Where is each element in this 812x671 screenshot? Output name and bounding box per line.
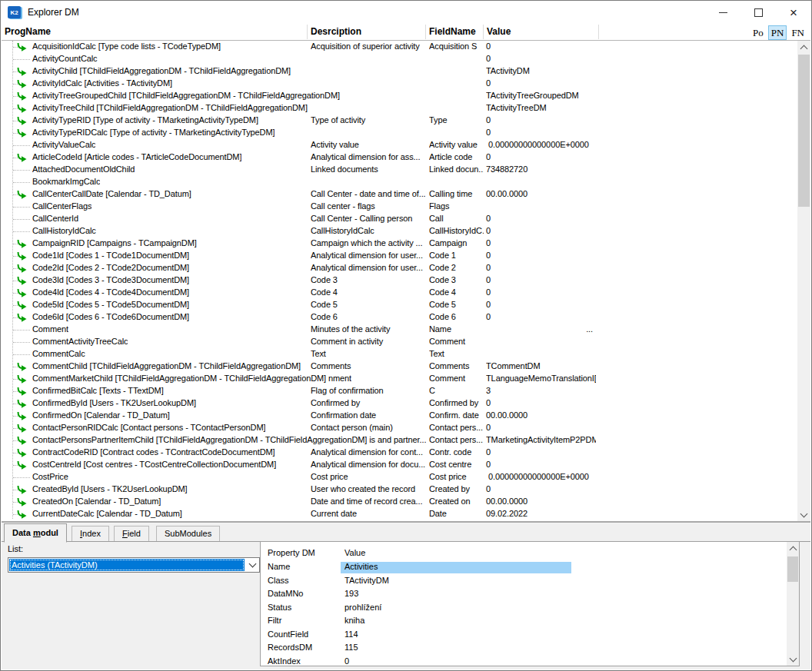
list-combobox[interactable]: Activities (TActivityDM): [8, 557, 260, 573]
property-grid-scrollbar[interactable]: [787, 542, 799, 666]
close-button[interactable]: ×: [776, 1, 811, 24]
table-row[interactable]: CampaignRID [Campaigns - TCampaignDM]Cam…: [2, 238, 800, 250]
cell-progname: ActivityTypeRID [Type of activity - TMar…: [32, 115, 258, 125]
chevron-up-icon: [800, 45, 808, 53]
table-row[interactable]: ActivityTreeGroupedChild [TChildFieldAgg…: [2, 90, 800, 102]
table-row[interactable]: ConfirmedById [Users - TK2UserLookupDM]C…: [2, 397, 800, 410]
property-row-recordsdm[interactable]: RecordsDM115: [261, 642, 785, 655]
cell-description: Comments: [311, 361, 427, 370]
cell-fieldname: CallHistoryIdC...: [429, 226, 484, 235]
scrollbar-thumb[interactable]: [798, 55, 810, 207]
column-divider[interactable]: [425, 25, 426, 39]
link-arrow-icon: [17, 129, 27, 138]
cell-progname: BookmarkImgCalc: [32, 177, 100, 186]
table-row[interactable]: CostPriceCost priceCost price 0.00000000…: [2, 471, 800, 483]
cell-fieldname: Cost centre: [429, 460, 484, 469]
combobox-dropdown-button[interactable]: [245, 558, 259, 572]
table-row[interactable]: ActivityIdCalc [Activities - TActivityDM…: [2, 78, 800, 90]
tab-submodules[interactable]: SubModules: [156, 526, 220, 541]
table-row[interactable]: CurrentDateCalc [Calendar - TD_Datum]Cur…: [2, 508, 800, 520]
cell-progname: CommentActivityTreeCalc: [32, 337, 128, 346]
property-row-status[interactable]: Statusprohlížení: [261, 602, 785, 615]
table-row[interactable]: CommentCalcTextText: [2, 348, 800, 360]
column-divider[interactable]: [307, 25, 308, 39]
table-row[interactable]: ActivityTypeRIDCalc [Type of activity - …: [2, 127, 800, 139]
table-row[interactable]: CallCenterFlagsCall center - flagsFlags: [2, 201, 800, 213]
table-row[interactable]: Code3Id [Codes 3 - TCode3DocumentDM]Code…: [2, 274, 800, 287]
table-row[interactable]: ConfirmedOn [Calendar - TD_Datum]Confirm…: [2, 410, 800, 422]
cell-fieldname: Created by: [429, 484, 484, 493]
table-row[interactable]: ActivityTreeChild [TChildFieldAggregatio…: [2, 102, 800, 115]
scrollbar-thumb[interactable]: [787, 556, 798, 582]
column-header-progname[interactable]: ProgName: [5, 26, 51, 37]
property-row-datamno[interactable]: DataMNo193: [261, 588, 785, 601]
table-row[interactable]: AttachedDocumentOldChildLinked documents…: [2, 164, 800, 176]
table-row[interactable]: CallHistoryIdCalcCallHistoryIdCalcCallHi…: [2, 225, 800, 238]
column-divider[interactable]: [598, 25, 599, 39]
view-toggle-pn[interactable]: PN: [768, 25, 787, 40]
scroll-up-button[interactable]: [797, 41, 810, 54]
column-header-fieldname[interactable]: FieldName: [429, 26, 476, 37]
minimize-button[interactable]: [705, 1, 740, 24]
table-row[interactable]: CommentActivityTreeCalcComment in activi…: [2, 336, 800, 348]
tab-field[interactable]: Field: [114, 526, 149, 541]
tab-data-modul[interactable]: Data modul: [4, 523, 67, 543]
cell-description: Cost price: [311, 472, 427, 481]
detail-panel: Data modulIndexFieldSubModules List: Act…: [2, 523, 810, 669]
table-row[interactable]: ContactPersonRIDCalc [Contact persons - …: [2, 422, 800, 434]
table-row[interactable]: CostCentreId [Cost centres - TCostCentre…: [2, 459, 800, 471]
cell-fieldname: Contr. code: [429, 447, 484, 457]
table-row[interactable]: Code1Id [Codes 1 - TCode1DocumentDM]Anal…: [2, 250, 800, 262]
table-row[interactable]: BookmarkImgCalc: [2, 176, 800, 188]
column-divider[interactable]: [483, 25, 484, 39]
column-header-value[interactable]: Value: [487, 26, 511, 37]
table-row[interactable]: CommentChild [TChildFieldAggregationDM -…: [2, 360, 800, 373]
cell-progname: Code6Id [Codes 6 - TCode6DocumentDM]: [32, 312, 189, 321]
maximize-button[interactable]: [740, 1, 776, 24]
table-row[interactable]: Code2Id [Codes 2 - TCode2DocumentDM]Anal…: [2, 262, 800, 274]
property-row-countfield[interactable]: CountField114: [261, 629, 785, 642]
table-row[interactable]: AcquisitionIdCalc [Type code lists - TCo…: [2, 41, 800, 53]
cell-fieldname: Calling time: [429, 189, 484, 198]
table-row[interactable]: CommentMinutes of the activityName...: [2, 324, 800, 336]
cell-value: 0: [486, 251, 596, 260]
property-value: 114: [341, 629, 571, 639]
table-row[interactable]: CallCenterCallDate [Calendar - TD_Datum]…: [2, 188, 800, 201]
table-row[interactable]: ActivityTypeRID [Type of activity - TMar…: [2, 115, 800, 127]
table-row[interactable]: ContractCodeRID [Contract codes - TContr…: [2, 447, 800, 459]
property-row-filtr[interactable]: Filtrkniha: [261, 615, 785, 628]
table-row[interactable]: Code4Id [Codes 4 - TCode4DocumentDM]Code…: [2, 287, 800, 299]
table-row[interactable]: ContactPersonsPartnerItemChild [TChildFi…: [2, 434, 800, 447]
property-row-class[interactable]: ClassTActivityDM: [261, 575, 785, 588]
table-row[interactable]: CommentMarketChild [TChildFieldAggregati…: [2, 373, 800, 385]
property-name: Status: [268, 603, 291, 612]
scroll-down-button[interactable]: [787, 653, 799, 666]
cell-value: 0: [486, 275, 596, 284]
table-row[interactable]: CreatedById [Users - TK2UserLookupDM]Use…: [2, 483, 800, 496]
table-row[interactable]: ConfirmedBitCalc [Texts - TTextDM]Flag o…: [2, 385, 800, 397]
column-header-description[interactable]: Desrciption: [311, 26, 361, 37]
view-toggle-fn[interactable]: FN: [788, 25, 807, 40]
tree-connector: [13, 342, 30, 343]
property-row-aktindex[interactable]: AktIndex0: [261, 656, 785, 669]
main-scrollbar[interactable]: [797, 41, 810, 521]
tab-index[interactable]: Index: [72, 526, 109, 541]
table-row[interactable]: ActivityCountCalc0: [2, 53, 800, 65]
view-toggle-po[interactable]: Po: [750, 25, 767, 40]
table-row[interactable]: Code5Id [Codes 5 - TCode5DocumentDM]Code…: [2, 299, 800, 311]
cell-description: Call Center - Calling person: [311, 214, 427, 223]
scroll-up-button[interactable]: [787, 542, 799, 554]
table-row[interactable]: ActivityValueCalcActivity valueActivity …: [2, 139, 800, 151]
table-row[interactable]: CallCenterIdCall Center - Calling person…: [2, 213, 800, 225]
cell-description: Linked documents: [311, 164, 427, 174]
table-row[interactable]: ActivityChild [TChildFieldAggregationDM …: [2, 65, 800, 78]
cell-progname: AcquisitionIdCalc [Type code lists - TCo…: [32, 42, 221, 51]
table-row[interactable]: Code6Id [Codes 6 - TCode6DocumentDM]Code…: [2, 311, 800, 324]
table-row[interactable]: CreatedOn [Calendar - TD_Datum]Date and …: [2, 496, 800, 508]
cell-fieldname: Comment: [429, 374, 484, 383]
cell-value: 0: [486, 300, 596, 309]
table-row[interactable]: ArticleCodeId [Article codes - TArticleC…: [2, 151, 800, 164]
scroll-down-button[interactable]: [797, 508, 810, 521]
cell-fieldname: Linked docun...: [429, 164, 484, 174]
property-row-name[interactable]: NameActivities: [261, 561, 785, 574]
